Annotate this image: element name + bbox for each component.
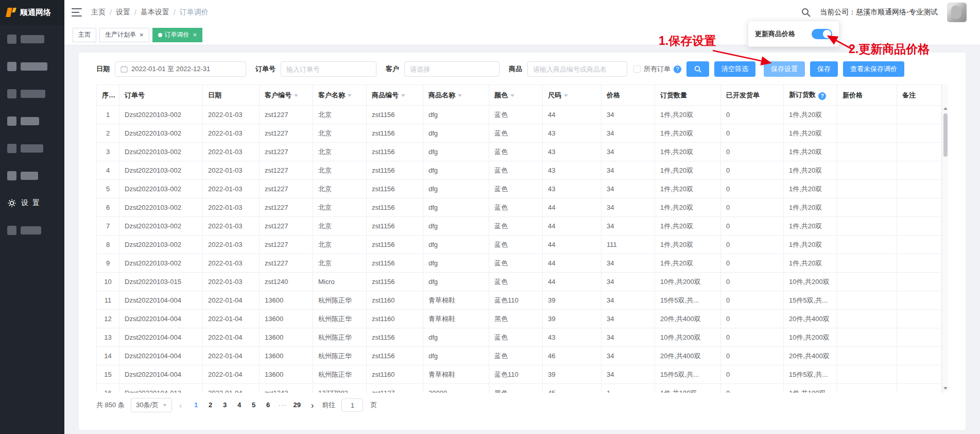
close-icon[interactable]: × [140,31,144,38]
column-header-spbh[interactable]: 商品编号 [367,85,423,106]
table-row[interactable]: 16Dzst20220104-0132022-01-04zst124313777… [97,384,942,393]
product-input[interactable] [527,61,627,77]
table-cell: 44 [543,106,601,124]
table-cell: 杭州陈正华 [313,291,367,310]
table-cell: 44 [543,198,601,217]
table-row[interactable]: 6Dzst20220103-0022022-01-03zst1227北京zst1… [97,198,942,217]
table-cell [837,310,897,328]
table-cell: Dzst20220103-002 [119,180,203,198]
pagination-total: 共 850 条 [96,400,125,410]
sidebar-item-settings[interactable]: 设 置 [8,197,64,209]
table-row[interactable]: 3Dzst20220103-0022022-01-03zst1227北京zst1… [97,143,942,161]
sidebar-skeleton-item [7,115,64,127]
table-row[interactable]: 11Dzst20220104-0042022-01-0413600杭州陈正华zs… [97,291,942,310]
breadcrumb-separator: / [174,8,176,16]
table-cell: 2022-01-03 [203,236,260,254]
column-header-khbh[interactable]: 客户编号 [260,85,313,106]
tab-home[interactable]: 主页 [73,28,96,42]
search-icon[interactable] [801,8,811,17]
pager-page-5[interactable]: 5 [247,398,261,412]
table-row[interactable]: 12Dzst20220104-0042022-01-0413600杭州陈正华zs… [97,310,942,328]
table-cell: 34 [601,365,655,384]
breadcrumb-item[interactable]: 设置 [116,8,130,17]
view-unsaved-adjustments-button[interactable]: 查看未保存调价 [843,61,904,77]
search-button[interactable] [686,61,709,77]
pager-page-2[interactable]: 2 [204,398,217,412]
scroll-down-icon[interactable] [943,387,948,390]
pager-page-6[interactable]: 6 [262,398,275,412]
table-row[interactable]: 13Dzst20220104-0042022-01-0413600杭州陈正华zs… [97,328,942,347]
table-row[interactable]: 14Dzst20220104-0042022-01-0413600杭州陈正华zs… [97,347,942,365]
tab-label: 主页 [78,30,91,39]
table-row[interactable]: 8Dzst20220103-0022022-01-03zst1227北京zst1… [97,236,942,254]
vertical-scrollbar[interactable] [942,85,948,393]
table-row[interactable]: 15Dzst20220104-0042022-01-0413600杭州陈正华zs… [97,365,942,384]
tab-order-price-adjust[interactable]: 订单调价 × [152,28,203,42]
page-size-select[interactable]: 30条/页 [131,398,172,412]
table-row[interactable]: 7Dzst20220103-0022022-01-03zst1227北京zst1… [97,217,942,236]
table-row[interactable]: 10Dzst20220103-0152022-01-03zst1240Micro… [97,273,942,291]
table-cell: 蓝色 [489,217,543,236]
scroll-up-icon[interactable] [943,107,948,110]
next-page-button[interactable]: › [310,401,315,410]
table-cell: dfg [423,161,489,180]
table-cell: 34 [601,124,655,143]
save-settings-button[interactable]: 保存设置 [764,61,805,77]
table-cell: 10件,共200双 [655,328,721,347]
table-row[interactable]: 9Dzst20220103-0022022-01-03zst1227北京zst1… [97,254,942,273]
column-header-khmc[interactable]: 客户名称 [313,85,367,106]
update-price-toggle[interactable] [812,29,832,39]
table-cell: 北京 [313,217,367,236]
update-price-popup: 更新商品价格 [748,21,839,47]
table-cell: 13600 [260,365,313,384]
close-icon[interactable]: × [193,31,197,38]
help-icon[interactable]: ? [818,92,826,100]
customer-select[interactable] [404,61,500,77]
table-cell: 0 [721,273,784,291]
table-cell: 10件,共200双 [784,328,837,347]
pager-page-4[interactable]: 4 [233,398,246,412]
menu-toggle-icon[interactable] [72,8,82,16]
table-cell: 44 [543,273,601,291]
sidebar-skeleton-item [7,88,64,100]
date-range-input[interactable]: 2022-01-01 至 2022-12-31 [115,61,246,77]
table-cell: 34 [601,310,655,328]
pager-page-3[interactable]: 3 [218,398,232,412]
column-header-ys[interactable]: 颜色 [489,85,543,106]
table-cell: 2 [97,124,119,143]
table-cell [837,273,897,291]
prev-page-button[interactable]: ‹ [178,401,183,410]
goto-page-input[interactable] [341,398,363,412]
help-icon[interactable]: ? [674,65,681,73]
table-row[interactable]: 1Dzst20220103-0022022-01-03zst1227北京zst1… [97,106,942,124]
clear-filters-button[interactable]: 清空筛选 [714,61,755,77]
column-header-cm[interactable]: 尺码 [543,85,601,106]
table-cell: zst1156 [367,236,423,254]
pager-page-29[interactable]: 29 [290,398,304,412]
pager-ellipsis[interactable]: ··· [276,398,289,412]
order-no-input[interactable] [281,61,376,77]
table-cell: dfg [423,328,489,347]
table-row[interactable]: 5Dzst20220103-0022022-01-03zst1227北京zst1… [97,180,942,198]
column-header-rq: 日期 [203,85,260,106]
table-cell: zst1227 [260,180,313,198]
save-button[interactable]: 保存 [810,61,838,77]
table-cell: 1 [601,384,655,393]
table-row[interactable]: 2Dzst20220103-0022022-01-03zst1227北京zst1… [97,124,942,143]
tab-production-plan[interactable]: 生产计划单 × [99,28,149,42]
table-cell: 1件,共20双 [784,161,837,180]
breadcrumb-item[interactable]: 基本设置 [141,8,169,17]
all-orders-checkbox[interactable] [633,65,641,73]
avatar[interactable] [947,3,967,22]
breadcrumb-separator: / [110,8,112,16]
column-header-spmc[interactable]: 商品名称 [423,85,489,106]
pager-page-1[interactable]: 1 [190,398,203,412]
table-cell: 杭州陈正华 [313,365,367,384]
table-cell: 1件,共20双 [655,254,721,273]
table-cell: 1件,共20双 [784,106,837,124]
scrollbar-thumb[interactable] [943,113,948,157]
logo[interactable]: 顺通网络 [0,0,64,25]
table-cell: 北京 [313,161,367,180]
breadcrumb-item[interactable]: 主页 [91,8,106,17]
table-row[interactable]: 4Dzst20220103-0022022-01-03zst1227北京zst1… [97,161,942,180]
